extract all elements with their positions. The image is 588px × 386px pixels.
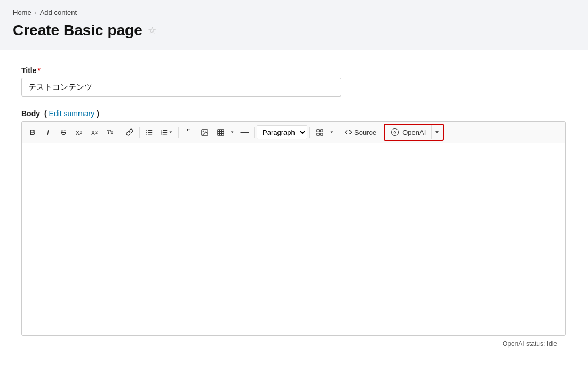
svg-rect-21 <box>316 129 319 131</box>
svg-rect-15 <box>217 129 223 135</box>
favorite-star-icon[interactable]: ☆ <box>148 25 156 36</box>
page-title: Create Basic page <box>13 22 142 39</box>
svg-rect-24 <box>320 133 322 135</box>
extra-format-dropdown-button[interactable] <box>328 125 336 140</box>
breadcrumb: Home › Add content <box>13 9 575 17</box>
subscript-button[interactable]: x2 <box>87 125 102 140</box>
strikethrough-button[interactable]: S <box>56 125 71 140</box>
openai-button-label: OpenAI <box>402 128 426 136</box>
image-button[interactable] <box>197 125 212 140</box>
table-dropdown-button[interactable] <box>228 125 236 140</box>
openai-button-wrapper: OpenAI <box>384 124 444 141</box>
svg-rect-4 <box>146 134 147 135</box>
svg-rect-2 <box>146 132 147 133</box>
numbered-list-button[interactable]: 1. 2. 3. <box>157 125 176 140</box>
breadcrumb-separator: › <box>35 9 37 17</box>
table-group <box>213 125 236 140</box>
svg-point-14 <box>203 131 204 132</box>
body-field-group: Body ( Edit summary ) B I S x2 x2 Tx <box>21 109 566 352</box>
svg-marker-25 <box>331 131 333 133</box>
page-header: Home › Add content Create Basic page ☆ <box>0 0 588 50</box>
svg-marker-12 <box>170 131 172 133</box>
title-input[interactable] <box>21 78 341 96</box>
source-button-label: Source <box>354 128 376 136</box>
breadcrumb-home-link[interactable]: Home <box>13 9 31 17</box>
body-label-row: Body ( Edit summary ) <box>21 109 566 118</box>
svg-rect-7 <box>163 130 168 131</box>
sep-4 <box>254 127 255 138</box>
editor-toolbar: B I S x2 x2 Tx <box>22 122 565 143</box>
horizontal-rule-button[interactable]: — <box>237 125 252 140</box>
svg-marker-26 <box>435 131 439 133</box>
required-indicator: * <box>38 66 41 75</box>
svg-text:3.: 3. <box>161 133 163 135</box>
clear-format-button[interactable]: Tx <box>102 125 117 140</box>
bold-button[interactable]: B <box>25 125 40 140</box>
svg-rect-1 <box>148 130 152 131</box>
svg-rect-11 <box>163 134 168 134</box>
source-button[interactable]: Source <box>340 125 380 140</box>
table-button[interactable] <box>213 125 228 140</box>
title-field-group: Title* <box>21 66 341 96</box>
svg-rect-3 <box>148 132 152 132</box>
status-bar: OpenAI status: Idle <box>21 336 566 352</box>
sep-1 <box>120 127 120 138</box>
svg-marker-20 <box>231 131 234 133</box>
openai-status-label: OpenAI status: <box>503 340 545 348</box>
svg-rect-0 <box>146 130 147 131</box>
paragraph-format-select[interactable]: Paragraph Heading 1 Heading 2 Heading 3 <box>257 125 307 139</box>
text-format-group: B I S x2 x2 Tx <box>25 125 117 140</box>
link-button[interactable] <box>122 125 137 140</box>
bullet-list-button[interactable] <box>142 125 157 140</box>
sep-6 <box>338 127 338 138</box>
svg-rect-23 <box>316 133 319 135</box>
openai-button[interactable]: OpenAI <box>385 125 431 139</box>
editor-body[interactable] <box>22 143 565 335</box>
breadcrumb-add-content-link[interactable]: Add content <box>40 9 77 17</box>
sep-2 <box>139 127 140 138</box>
italic-button[interactable]: I <box>41 125 55 140</box>
edit-summary-link[interactable]: Edit summary <box>49 109 95 118</box>
svg-rect-22 <box>320 129 322 131</box>
svg-rect-5 <box>148 134 152 134</box>
openai-dropdown-button[interactable] <box>431 125 442 139</box>
svg-rect-9 <box>163 132 168 132</box>
page-title-row: Create Basic page ☆ <box>13 22 575 39</box>
extra-format-button[interactable] <box>312 125 327 140</box>
list-group: 1. 2. 3. <box>142 125 176 140</box>
editor-wrapper: B I S x2 x2 Tx <box>21 121 566 336</box>
main-content: Title* Body ( Edit summary ) B I S x2 x2… <box>0 50 588 386</box>
sep-3 <box>178 127 179 138</box>
title-label: Title* <box>21 66 341 75</box>
body-label: Body <box>21 109 40 118</box>
sep-5 <box>309 127 310 138</box>
blockquote-button[interactable]: " <box>181 125 196 140</box>
superscript-button[interactable]: x2 <box>71 125 86 140</box>
openai-status-value: Idle <box>547 340 557 348</box>
